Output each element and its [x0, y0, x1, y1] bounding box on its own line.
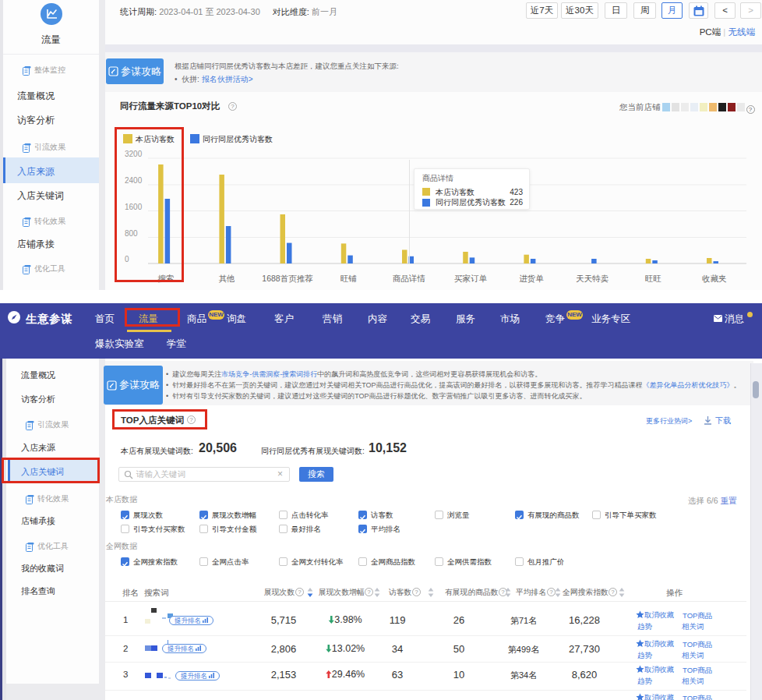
svg-text:天天特卖: 天天特卖 — [576, 274, 609, 283]
svg-text:商品详情: 商品详情 — [393, 274, 426, 283]
svg-text:旺旺: 旺旺 — [645, 274, 662, 283]
svg-text:旺铺: 旺铺 — [340, 274, 358, 283]
svg-text:1688首页推荐: 1688首页推荐 — [262, 274, 312, 283]
svg-text:同行同层优秀访客数: 同行同层优秀访客数 — [203, 135, 273, 143]
svg-text:买家订单: 买家订单 — [454, 274, 488, 283]
svg-text:进货单: 进货单 — [519, 274, 544, 283]
svg-text:收藏夹: 收藏夹 — [702, 274, 727, 283]
svg-text:其他: 其他 — [219, 274, 235, 283]
